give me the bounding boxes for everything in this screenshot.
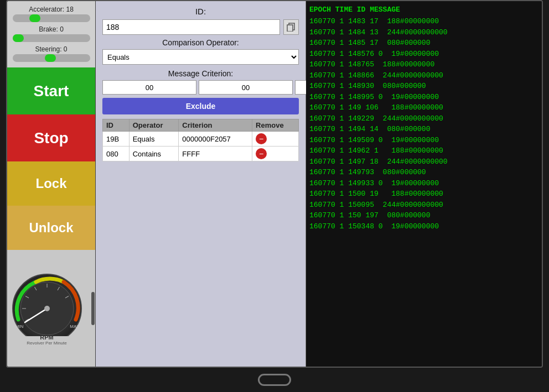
start-button[interactable]: Start — [7, 67, 95, 114]
log-line: 160770 1 14962 1 188#00000000 — [309, 145, 538, 156]
log-line: 160770 1 148930 080#000000 — [309, 81, 538, 92]
gear-indicator — [91, 292, 95, 325]
log-header: EPOCH TIME ID MESSAGE — [309, 6, 538, 14]
bottom-bar — [6, 368, 543, 392]
log-line: 160770 1 150348 0 19#00000000 — [309, 221, 538, 232]
copy-icon — [287, 23, 296, 32]
row-operator: Contains — [129, 147, 179, 161]
row-criterion: FFFF — [179, 147, 252, 161]
hex-inputs — [102, 80, 299, 95]
middle-panel: ID: Comparison Operator: Equals Contains… — [96, 1, 306, 367]
log-lines: 160770 1 1483 17 188#00000000160770 1 14… — [309, 16, 538, 232]
log-line: 160770 1 1497 18 244#0000000000 — [309, 156, 538, 168]
log-panel[interactable]: EPOCH TIME ID MESSAGE 160770 1 1483 17 1… — [306, 1, 542, 367]
svg-point-12 — [44, 306, 50, 311]
slider-section: Accelerator: 18 Brake: 0 Steering: 0 — [7, 1, 95, 67]
brake-thumb[interactable] — [13, 34, 24, 42]
row-remove: − — [252, 132, 299, 147]
id-row — [102, 19, 299, 35]
log-line: 160770 1 1494 14 080#000000 — [309, 124, 538, 135]
log-line: 160770 1 149229 244#0000000000 — [309, 113, 538, 124]
log-line: 160770 1 148866 244#0000000000 — [309, 70, 538, 81]
left-panel: Accelerator: 18 Brake: 0 Steering: 0 Sta… — [7, 1, 96, 367]
log-line: 160770 1 148765 188#00000000 — [309, 59, 538, 70]
col-criterion: Criterion — [179, 119, 252, 132]
svg-text:MIN: MIN — [15, 324, 23, 329]
steering-thumb[interactable] — [45, 54, 56, 62]
row-criterion: 0000000F2057 — [179, 132, 252, 147]
svg-text:MAX: MAX — [70, 324, 80, 329]
log-line: 160770 1 150 197 080#000000 — [309, 210, 538, 221]
steering-row: Steering: 0 — [11, 45, 92, 62]
log-line: 160770 1 149509 0 19#00000000 — [309, 135, 538, 146]
gauge-label: RPM — [40, 334, 53, 341]
log-line: 160770 1 1484 13 244#0000000000 — [309, 27, 538, 38]
copy-button[interactable] — [283, 19, 299, 35]
main-container: Accelerator: 18 Brake: 0 Steering: 0 Sta… — [6, 0, 543, 368]
log-line: 160770 1 1483 17 188#00000000 — [309, 16, 538, 27]
lock-button[interactable]: Lock — [7, 161, 95, 206]
comp-op-label: Comparison Operator: — [102, 38, 299, 47]
filter-table: ID Operator Criterion Remove 19B Equals … — [102, 119, 299, 161]
log-line: 160770 1 149933 0 19#00000000 — [309, 178, 538, 189]
gauge-sublabel: Revolver Per Minute — [27, 341, 66, 346]
gauge-container: MIN MAX RPM Revolver Per Minute — [8, 270, 86, 347]
stop-button[interactable]: Stop — [7, 114, 95, 161]
brake-label: Brake: 0 — [11, 25, 92, 33]
row-id: 080 — [103, 147, 130, 161]
msg-criterion-label: Message Criterion: — [102, 69, 299, 78]
steering-track — [13, 54, 90, 62]
brake-row: Brake: 0 — [11, 25, 92, 42]
log-line: 160770 1 148995 0 19#00000000 — [309, 92, 538, 103]
id-title: ID: — [102, 7, 299, 16]
log-line: 160770 1 149 106 188#00000000 — [309, 102, 538, 113]
table-row: 080 Contains FFFF − — [103, 147, 299, 161]
svg-rect-14 — [287, 25, 293, 32]
log-header-text: EPOCH TIME ID MESSAGE — [309, 6, 400, 14]
hex-input-0[interactable] — [102, 80, 196, 95]
log-line: 160770 1 149793 080#000000 — [309, 167, 538, 178]
remove-button[interactable]: − — [256, 148, 267, 159]
id-input[interactable] — [102, 19, 280, 35]
gauge-svg: MIN MAX — [8, 270, 86, 336]
unlock-button[interactable]: Unlock — [7, 206, 95, 250]
col-id: ID — [103, 119, 130, 132]
log-line: 160770 1 1485 17 080#000000 — [309, 38, 538, 49]
accelerator-label: Accelerator: 18 — [11, 6, 92, 13]
comp-op-select[interactable]: Equals Contains Not Equals — [102, 49, 299, 65]
accelerator-thumb[interactable] — [29, 14, 40, 22]
table-row: 19B Equals 0000000F2057 − — [103, 132, 299, 147]
brake-track — [13, 34, 90, 42]
filter-section: ID: Comparison Operator: Equals Contains… — [96, 1, 305, 167]
row-operator: Equals — [129, 132, 179, 147]
col-operator: Operator — [129, 119, 179, 132]
home-indicator[interactable] — [258, 374, 291, 386]
log-line: 160770 1 150095 244#0000000000 — [309, 200, 538, 211]
hex-input-1[interactable] — [199, 80, 293, 95]
gauge-section: MIN MAX RPM Revolver Per Minute — [7, 250, 95, 367]
steering-label: Steering: 0 — [11, 45, 92, 53]
remove-button[interactable]: − — [256, 133, 267, 144]
col-remove: Remove — [252, 119, 299, 132]
accelerator-row: Accelerator: 18 — [11, 6, 92, 22]
accelerator-track — [13, 14, 90, 22]
row-remove: − — [252, 147, 299, 161]
log-line: 160770 1 1500 19 188#00000000 — [309, 189, 538, 200]
row-id: 19B — [103, 132, 130, 147]
log-line: 160770 1 148576 0 19#00000000 — [309, 49, 538, 60]
exclude-button[interactable]: Exclude — [102, 98, 299, 114]
